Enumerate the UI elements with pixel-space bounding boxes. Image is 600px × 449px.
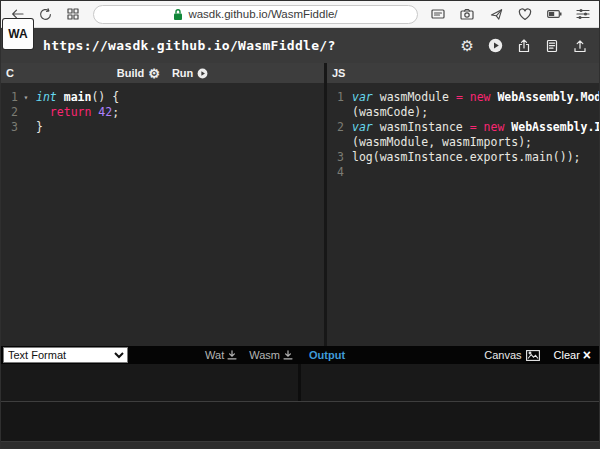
bottom-toolbar-left: Text Format Wat Wasm: [1, 347, 301, 363]
js-language-label: JS: [332, 67, 345, 79]
run-button[interactable]: Run: [172, 67, 208, 79]
code-line: 2var wasmInstance = new WebAssembly.Inst…: [327, 120, 599, 135]
js-code-editor[interactable]: 1var wasmModule = new WebAssembly.Module…: [327, 83, 599, 346]
line-number: 3: [327, 150, 347, 165]
code-text: [347, 165, 352, 180]
js-editor-header: JS: [327, 63, 599, 83]
output-tab[interactable]: Output: [309, 349, 345, 361]
settings-sliders-icon[interactable]: [575, 6, 591, 22]
favorites-heart-icon[interactable]: [517, 6, 533, 22]
line-number: [327, 105, 347, 120]
editor-split: C Build ⚙ Run 1▾int main() {2 return 42;…: [1, 63, 599, 346]
line-number: 1: [1, 90, 21, 105]
code-text: log(wasmInstance.exports.main());: [347, 150, 580, 165]
run-play-icon[interactable]: [488, 38, 503, 53]
output-lower-area: [1, 401, 599, 441]
app-header: WA https://wasdk.github.io/WasmFiddle/? …: [1, 28, 599, 63]
canvas-image-icon: [526, 350, 540, 361]
code-text: (wasmModule, wasmImports);: [347, 135, 532, 150]
code-text: return 42;: [31, 105, 119, 120]
canvas-button[interactable]: Canvas: [484, 349, 539, 361]
download-icon: [283, 350, 293, 360]
bottom-strip: [1, 441, 599, 449]
screenshot-icon[interactable]: [459, 6, 475, 22]
console-output-pane[interactable]: [301, 364, 599, 401]
lock-icon: [173, 8, 183, 21]
bottom-toolbar-right: Output Canvas Clear ×: [301, 349, 599, 361]
settings-gear-icon[interactable]: ⚙: [461, 38, 474, 53]
format-select[interactable]: Text Format: [3, 347, 128, 363]
share-icon[interactable]: [488, 6, 504, 22]
code-text: int main() {: [31, 90, 119, 105]
line-number: [327, 135, 347, 150]
examples-book-icon[interactable]: [545, 39, 559, 53]
fold-gutter: [21, 105, 31, 120]
fold-arrow-icon[interactable]: ▾: [21, 90, 31, 105]
page-url: https://wasdk.github.io/WasmFiddle/?: [43, 38, 336, 53]
fold-gutter: [21, 120, 31, 135]
clear-button[interactable]: Clear ×: [554, 349, 591, 361]
c-editor-panel: C Build ⚙ Run 1▾int main() {2 return 42;…: [1, 63, 324, 346]
code-line: 2 return 42;: [1, 105, 324, 120]
wat-output-pane[interactable]: [1, 364, 301, 401]
export-share-icon[interactable]: [517, 39, 531, 53]
line-number: 2: [1, 105, 21, 120]
c-code-editor[interactable]: 1▾int main() {2 return 42;3}: [1, 83, 324, 346]
clear-x-icon: ×: [583, 349, 591, 361]
bottom-toolbar: Text Format Wat Wasm Output Canvas Clear…: [1, 346, 599, 364]
wat-download-button[interactable]: Wat: [205, 349, 237, 361]
browser-chrome: wasdk.github.io/WasmFiddle/: [1, 1, 599, 28]
code-text: var wasmModule = new WebAssembly.Module: [347, 90, 599, 105]
header-actions: ⚙: [461, 38, 599, 53]
wasm-download-button[interactable]: Wasm: [249, 349, 293, 361]
code-line: 1▾int main() {: [1, 90, 324, 105]
wasmfiddle-logo: WA: [3, 19, 33, 49]
build-button[interactable]: Build ⚙: [117, 66, 160, 81]
c-editor-header: C Build ⚙ Run: [1, 63, 324, 83]
line-number: 4: [327, 165, 347, 180]
code-text: }: [31, 120, 43, 135]
code-line: 1var wasmModule = new WebAssembly.Module: [327, 90, 599, 105]
address-bar[interactable]: wasdk.github.io/WasmFiddle/: [93, 5, 418, 24]
reading-view-icon[interactable]: [430, 6, 446, 22]
download-icon: [227, 350, 237, 360]
code-line: (wasmModule, wasmImports);: [327, 135, 599, 150]
chrome-actions: [430, 6, 591, 22]
tabs-grid-icon[interactable]: [65, 6, 81, 22]
run-play-circle-icon: [197, 68, 208, 79]
upload-icon[interactable]: [573, 39, 587, 53]
code-line: (wasmCode);: [327, 105, 599, 120]
build-gear-icon: ⚙: [148, 66, 160, 81]
code-text: (wasmCode);: [347, 105, 428, 120]
code-line: 4: [327, 165, 599, 180]
line-number: 1: [327, 90, 347, 105]
refresh-icon[interactable]: [37, 6, 53, 22]
battery-icon[interactable]: [546, 6, 562, 22]
build-run-toolbar: Build ⚙ Run: [1, 66, 324, 81]
url-text: wasdk.github.io/WasmFiddle/: [188, 8, 337, 20]
line-number: 3: [1, 120, 21, 135]
code-line: 3log(wasmInstance.exports.main());: [327, 150, 599, 165]
output-split: [1, 364, 599, 401]
code-text: var wasmInstance = new WebAssembly.Insta…: [347, 120, 599, 135]
wasmfiddle-window: wasdk.github.io/WasmFiddle/ WA: [0, 0, 600, 449]
js-editor-panel: JS 1var wasmModule = new WebAssembly.Mod…: [327, 63, 599, 346]
code-line: 3}: [1, 120, 324, 135]
line-number: 2: [327, 120, 347, 135]
